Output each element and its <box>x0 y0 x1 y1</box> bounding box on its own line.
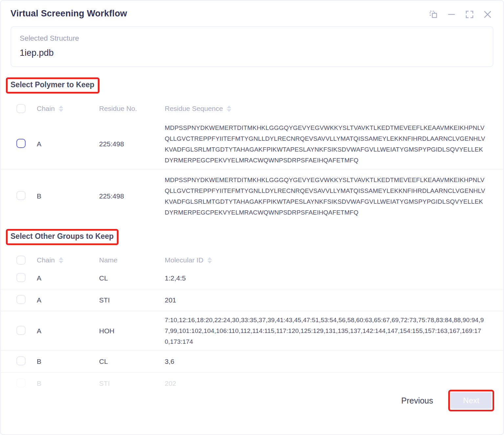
polymer-residue-no: 225:498 <box>99 192 165 200</box>
polymer-section-title: Select Polymer to Keep <box>10 80 94 89</box>
group-molecular-id: 201 <box>165 296 485 304</box>
group-chain: A <box>37 296 99 304</box>
group-row-checkbox[interactable] <box>16 326 26 335</box>
table-row: A 225:498 MDPSSPNYDKWEMERTDITMKHKLGGGQYG… <box>1 116 503 169</box>
sort-icon <box>227 106 231 112</box>
selected-structure-card: Selected Structure 1iep.pdb <box>10 26 494 67</box>
polymer-select-all-checkbox[interactable] <box>16 104 26 113</box>
group-name: HOH <box>99 327 165 335</box>
group-chain: B <box>37 380 99 387</box>
minimize-icon[interactable] <box>447 10 456 19</box>
group-molecular-id: 3,6 <box>165 358 485 365</box>
polymer-table-header: Chain Residue No. Residue Sequence <box>1 101 503 116</box>
window-controls <box>429 10 492 19</box>
sort-icon <box>207 257 212 263</box>
polymer-residue-sequence: MDPSSPNYDKWEMERTDITMKHKLGGGQYGEVYEGVWKKY… <box>165 175 485 218</box>
group-chain: B <box>37 358 99 365</box>
previous-button[interactable]: Previous <box>401 396 433 405</box>
next-button[interactable]: Next <box>451 392 492 409</box>
table-row: B 225:498 MDPSSPNYDKWEMERTDITMKHKLGGGQYG… <box>1 169 503 220</box>
group-chain: A <box>37 327 99 335</box>
polymer-chain: A <box>37 140 99 148</box>
group-name: STI <box>99 380 165 387</box>
groups-select-all-checkbox[interactable] <box>16 256 26 265</box>
table-row: A STI 201 <box>1 289 503 311</box>
annotation-box-polymer: Select Polymer to Keep <box>6 77 99 93</box>
group-name: CL <box>99 274 165 282</box>
polymer-residue-sequence: MDPSSPNYDKWEMERTDITMKHKLGGGQYGEVYEGVWKKY… <box>165 122 485 166</box>
titlebar: Virtual Screening Workflow <box>1 1 503 19</box>
polymer-row-a-checkbox[interactable] <box>16 139 26 148</box>
annotation-box-next: Next <box>448 390 494 411</box>
groups-header-chain[interactable]: Chain <box>37 256 99 264</box>
polymer-row-b-checkbox[interactable] <box>16 191 26 200</box>
maximize-icon[interactable] <box>465 10 474 19</box>
polymer-header-chain[interactable]: Chain <box>37 105 99 113</box>
groups-header-molecular-id[interactable]: Molecular ID <box>165 256 485 264</box>
table-row: A HOH 7:10,12:16,18:20,22:24,30,33:35,37… <box>1 311 503 350</box>
groups-table-header: Chain Name Molecular ID <box>1 253 503 267</box>
group-name: CL <box>99 358 165 365</box>
polymer-header-residue-no: Residue No. <box>99 105 165 113</box>
group-chain: A <box>37 274 99 282</box>
group-row-checkbox[interactable] <box>16 295 26 304</box>
polymer-residue-no: 225:498 <box>99 140 165 148</box>
table-row: A CL 1:2,4:5 <box>1 267 503 289</box>
group-molecular-id: 1:2,4:5 <box>165 274 485 282</box>
close-icon[interactable] <box>483 10 492 19</box>
selected-structure-value: 1iep.pdb <box>20 48 493 58</box>
footer: Previous Next <box>1 390 503 411</box>
groups-section-title: Select Other Groups to Keep <box>10 232 114 240</box>
group-row-checkbox[interactable] <box>16 273 26 282</box>
polymer-header-residue-sequence[interactable]: Residue Sequence <box>165 105 485 113</box>
polymer-chain: B <box>37 192 99 200</box>
restore-icon[interactable] <box>429 10 438 19</box>
selected-structure-label: Selected Structure <box>20 34 493 43</box>
sort-icon <box>59 257 63 263</box>
group-name: STI <box>99 296 165 304</box>
group-molecular-id: 202 <box>165 380 485 387</box>
group-row-checkbox[interactable] <box>16 356 26 365</box>
annotation-box-groups: Select Other Groups to Keep <box>6 229 118 245</box>
group-molecular-id: 7:10,12:16,18:20,22:24,30,33:35,37,39,41… <box>165 315 485 347</box>
group-row-checkbox[interactable] <box>16 378 26 387</box>
virtual-screening-dialog: Virtual Screening Workflow <box>0 0 504 435</box>
dialog-title: Virtual Screening Workflow <box>10 9 127 19</box>
sort-icon <box>59 106 63 112</box>
table-row: B CL 3,6 <box>1 351 503 372</box>
groups-header-name: Name <box>99 256 165 264</box>
